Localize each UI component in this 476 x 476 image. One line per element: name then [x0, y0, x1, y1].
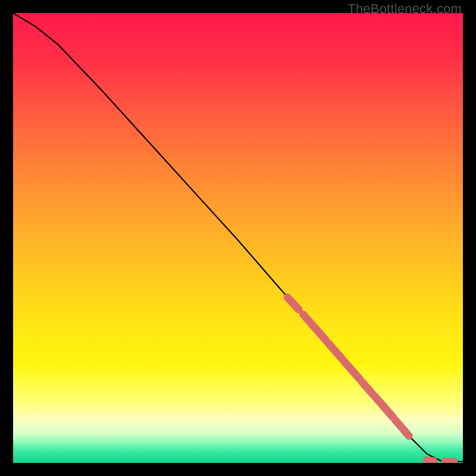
chart-frame: [13, 13, 463, 463]
highlight-segment: [427, 460, 434, 461]
chart-svg: [13, 13, 463, 463]
chart-background: [13, 13, 463, 463]
